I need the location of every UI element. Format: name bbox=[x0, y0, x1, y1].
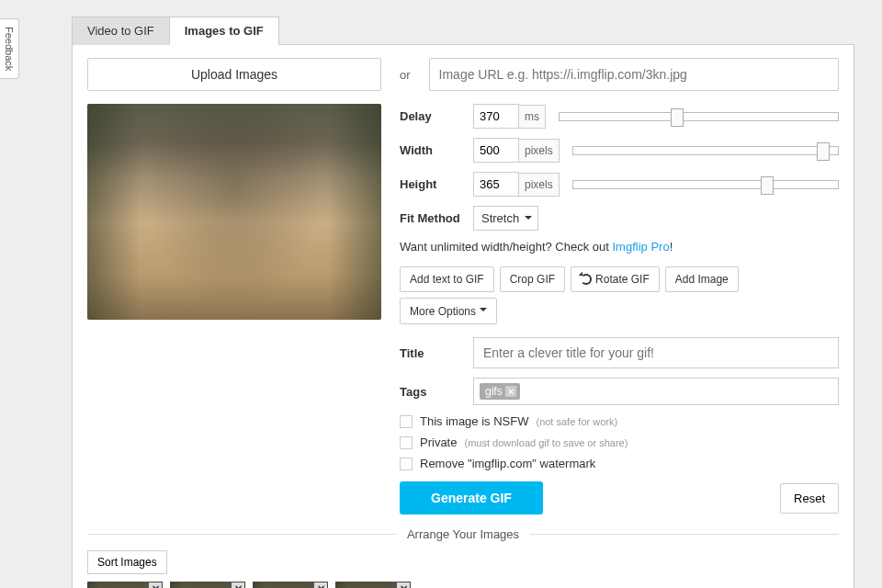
close-icon[interactable]: ✕ bbox=[149, 582, 162, 588]
delay-unit: ms bbox=[519, 105, 546, 129]
watermark-checkbox[interactable] bbox=[400, 458, 413, 470]
tags-input[interactable]: gifs✕ bbox=[473, 378, 839, 405]
height-slider[interactable] bbox=[572, 180, 839, 189]
nsfw-checkbox[interactable] bbox=[400, 415, 413, 428]
watermark-label: Remove "imgflip.com" watermark bbox=[420, 457, 595, 470]
delay-slider[interactable] bbox=[559, 112, 839, 121]
tags-label: Tags bbox=[400, 385, 473, 399]
thumbnail-item[interactable]: ✕ _t20_P1yPwR.jpg bbox=[253, 582, 328, 588]
promo-tail: ! bbox=[670, 240, 673, 254]
fit-method-select[interactable]: Stretch bbox=[473, 206, 538, 231]
add-image-button[interactable]: Add Image bbox=[665, 266, 739, 292]
thumbnails-row: ✕ _t20_Sd6AVa.jpg ✕ _t20_QzY6w2.jpg ✕ _t… bbox=[87, 582, 839, 588]
tag-remove-icon[interactable]: ✕ bbox=[505, 386, 516, 397]
upload-row: Upload Images or bbox=[87, 58, 839, 91]
close-icon[interactable]: ✕ bbox=[314, 582, 327, 588]
width-label: Width bbox=[400, 143, 473, 157]
tool-buttons: Add text to GIF Crop GIF Rotate GIF Add … bbox=[400, 266, 839, 324]
width-slider[interactable] bbox=[572, 146, 839, 155]
delay-label: Delay bbox=[400, 109, 473, 123]
arrange-divider: Arrange Your Images bbox=[87, 527, 839, 541]
thumbnail-item[interactable]: ✕ _t20_Sd6AVa.jpg bbox=[87, 582, 163, 588]
or-label: or bbox=[400, 68, 411, 82]
more-label: More Options bbox=[410, 305, 476, 318]
upload-images-button[interactable]: Upload Images bbox=[87, 58, 381, 91]
tab-bar: Video to GIF Images to GIF bbox=[72, 17, 854, 45]
tab-images-to-gif[interactable]: Images to GIF bbox=[169, 17, 279, 45]
height-unit: pixels bbox=[519, 173, 560, 197]
height-input[interactable] bbox=[473, 172, 519, 197]
arrange-heading: Arrange Your Images bbox=[396, 527, 530, 541]
crop-gif-button[interactable]: Crop GIF bbox=[500, 266, 565, 292]
rotate-gif-button[interactable]: Rotate GIF bbox=[571, 266, 660, 292]
settings-panel: Delay ms Width pixels Height pixels bbox=[400, 104, 839, 514]
feedback-tab[interactable]: Feedback bbox=[0, 18, 19, 79]
private-checkbox[interactable] bbox=[400, 436, 413, 449]
main-container: Video to GIF Images to GIF Upload Images… bbox=[72, 17, 854, 588]
private-hint: (must download gif to save or share) bbox=[464, 437, 628, 448]
title-input[interactable] bbox=[473, 337, 839, 368]
sort-images-button[interactable]: Sort Images bbox=[87, 550, 167, 574]
close-icon[interactable]: ✕ bbox=[397, 582, 410, 588]
imgflip-pro-link[interactable]: Imgflip Pro bbox=[612, 240, 669, 254]
delay-input[interactable] bbox=[473, 104, 519, 129]
gif-preview bbox=[87, 104, 381, 320]
thumbnail-item[interactable]: ✕ _t20_QzY6w2.jpg bbox=[170, 582, 245, 588]
image-url-input[interactable] bbox=[429, 58, 839, 91]
promo-lead: Want unlimited width/height? Check out bbox=[400, 240, 612, 254]
height-label: Height bbox=[400, 177, 473, 191]
title-label: Title bbox=[400, 346, 473, 360]
add-text-button[interactable]: Add text to GIF bbox=[400, 266, 494, 292]
nsfw-label: This image is NSFW bbox=[420, 414, 528, 428]
reset-button[interactable]: Reset bbox=[780, 483, 839, 514]
width-input[interactable] bbox=[473, 138, 519, 163]
nsfw-hint: (not safe for work) bbox=[536, 416, 617, 427]
chevron-down-icon bbox=[480, 304, 487, 318]
more-options-button[interactable]: More Options bbox=[400, 298, 497, 324]
fit-label: Fit Method bbox=[400, 211, 473, 225]
tag-chip: gifs✕ bbox=[480, 383, 520, 400]
close-icon[interactable]: ✕ bbox=[232, 582, 244, 588]
panel: Upload Images or Delay ms Width pixels bbox=[72, 44, 854, 588]
private-label: Private bbox=[420, 435, 457, 449]
thumbnail-item[interactable]: ✕ _t20_QzOrNm.jpg bbox=[335, 582, 411, 588]
generate-gif-button[interactable]: Generate GIF bbox=[400, 481, 543, 514]
rotate-icon bbox=[581, 274, 592, 285]
promo-text: Want unlimited width/height? Check out I… bbox=[400, 240, 839, 254]
rotate-label: Rotate GIF bbox=[595, 273, 650, 286]
tag-text: gifs bbox=[485, 385, 503, 398]
tab-video-to-gif[interactable]: Video to GIF bbox=[72, 17, 170, 45]
width-unit: pixels bbox=[519, 139, 560, 163]
